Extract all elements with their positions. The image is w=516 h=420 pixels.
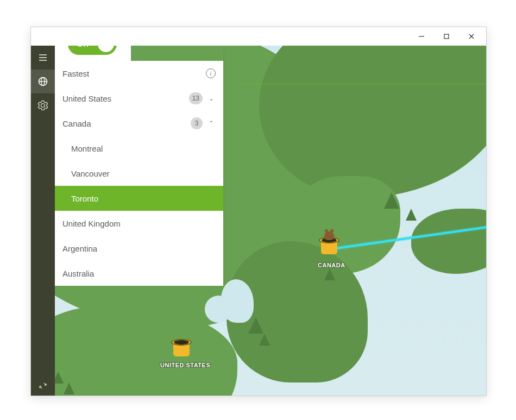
gear-icon xyxy=(37,100,48,111)
map-label-us: UNITED STATES xyxy=(160,362,210,368)
window-maximize-button[interactable] xyxy=(434,28,459,45)
sidebar-locations-button[interactable] xyxy=(31,70,55,93)
chevron-up-icon: ⌃ xyxy=(207,120,216,127)
server-label: United States xyxy=(62,94,185,103)
header-divider xyxy=(237,84,486,85)
sidebar-settings-button[interactable] xyxy=(31,93,55,117)
svg-rect-1 xyxy=(444,34,449,39)
server-fastest[interactable]: Fastest i xyxy=(55,61,223,86)
map-node-canada[interactable] xyxy=(319,237,339,254)
main-area: CANADA UNITED STATES On xyxy=(31,46,486,396)
sidebar-menu-button[interactable] xyxy=(31,46,55,70)
window-titlebar xyxy=(31,27,486,46)
server-label: Vancouver xyxy=(71,169,216,178)
sidebar-collapse-button[interactable] xyxy=(31,375,55,396)
server-label: United Kingdom xyxy=(62,219,216,228)
server-country-us[interactable]: United States 13 ⌄ xyxy=(55,86,223,111)
sidebar xyxy=(31,27,55,396)
server-list[interactable]: Fastest i United States 13 ⌄ Canada 3 ⌃ xyxy=(55,61,223,286)
server-label: Canada xyxy=(62,119,186,128)
globe-icon xyxy=(37,76,48,87)
window-minimize-button[interactable] xyxy=(409,28,434,45)
server-city-toronto[interactable]: Toronto xyxy=(55,186,223,211)
server-count-badge: 13 xyxy=(189,92,203,104)
server-count-badge: 3 xyxy=(191,117,203,129)
server-label: Fastest xyxy=(62,69,202,78)
info-icon[interactable]: i xyxy=(206,68,216,78)
server-city-vancouver[interactable]: Vancouver xyxy=(55,161,223,186)
server-country-au[interactable]: Australia xyxy=(55,261,223,286)
vpn-toggle-label: On xyxy=(77,46,88,49)
vpn-toggle[interactable]: On xyxy=(68,46,117,55)
server-label: Argentina xyxy=(62,244,216,253)
map-label-canada: CANADA xyxy=(318,262,345,268)
server-country-uk[interactable]: United Kingdom xyxy=(55,211,223,236)
chevron-down-icon: ⌄ xyxy=(207,95,216,102)
bear-icon xyxy=(324,231,334,240)
server-label: Montreal xyxy=(71,144,216,153)
server-panel: Fastest i United States 13 ⌄ Canada 3 ⌃ xyxy=(55,46,223,286)
server-label: Toronto xyxy=(71,194,216,203)
server-country-ca[interactable]: Canada 3 ⌃ xyxy=(55,111,223,136)
toggle-knob xyxy=(98,46,114,52)
server-city-montreal[interactable]: Montreal xyxy=(55,136,223,161)
server-label: Australia xyxy=(62,269,216,278)
collapse-icon xyxy=(39,381,47,390)
server-country-ar[interactable]: Argentina xyxy=(55,236,223,261)
map-node-us[interactable] xyxy=(171,339,192,356)
window-close-button[interactable] xyxy=(459,28,484,45)
app-window: CANADA UNITED STATES On xyxy=(30,27,487,396)
